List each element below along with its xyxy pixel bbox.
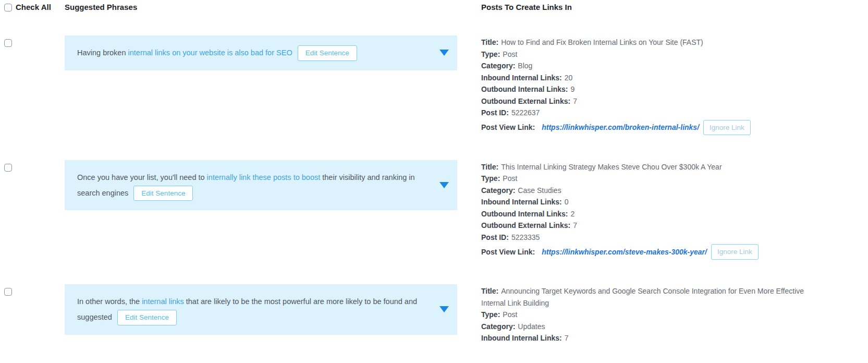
detail-value: Post — [503, 310, 517, 319]
detail-label: Title: — [481, 163, 498, 171]
post-view-link[interactable]: https://linkwhisper.com/broken-internal-… — [542, 122, 699, 134]
ignore-link-button[interactable]: Ignore Link — [703, 120, 751, 136]
detail-post-view-link: Post View Link: https://linkwhisper.com/… — [481, 244, 820, 260]
post-details: Title:Announcing Target Keywords and Goo… — [457, 284, 846, 344]
detail-label: Category: — [481, 186, 515, 195]
detail-value: How to Find and Fix Broken Internal Link… — [501, 38, 703, 46]
edit-sentence-button[interactable]: Edit Sentence — [298, 45, 357, 61]
posts-to-create-links-header: Posts To Create Links In — [457, 2, 868, 13]
detail-title: Title:Announcing Target Keywords and Goo… — [481, 285, 820, 309]
detail-inbound-internal-links: Inbound Internal Links:7 — [481, 332, 820, 344]
check-all-label: Check All — [16, 2, 51, 13]
detail-label: Type: — [481, 310, 500, 319]
detail-label: Outbound Internal Links: — [481, 85, 568, 93]
detail-type: Type:Post — [481, 309, 820, 321]
detail-value: 0 — [565, 198, 569, 206]
detail-value: This Internal Linking Strategy Makes Ste… — [501, 163, 722, 171]
detail-label: Type: — [481, 50, 500, 58]
edit-sentence-button[interactable]: Edit Sentence — [117, 310, 177, 325]
edit-sentence-button[interactable]: Edit Sentence — [133, 186, 193, 201]
detail-inbound-internal-links: Inbound Internal Links:0 — [481, 196, 820, 208]
suggested-phrase-box: Once you have your list, you'll need to … — [65, 160, 457, 211]
post-view-link[interactable]: https://linkwhisper.com/steve-makes-300k… — [542, 246, 707, 258]
detail-value: Blog — [518, 62, 532, 70]
detail-label: Inbound Internal Links: — [481, 74, 562, 82]
suggestion-row: Having broken internal links on your web… — [0, 35, 868, 136]
post-details: Title:How to Find and Fix Broken Interna… — [457, 35, 846, 136]
detail-label: Category: — [481, 62, 515, 70]
detail-label: Post ID: — [481, 233, 509, 241]
phrase-text-before: Once you have your list, you'll need to — [77, 173, 207, 182]
suggested-phrase-box: In other words, the internal links that … — [65, 284, 457, 335]
dropdown-arrow-icon[interactable] — [439, 182, 449, 188]
detail-value: 7 — [573, 221, 577, 229]
detail-category: Category:Case Studies — [481, 185, 820, 197]
detail-label: Title: — [481, 38, 498, 46]
phrase-text-before: In other words, the — [77, 297, 142, 306]
phrase-anchor-text: internally link these posts to boost — [207, 173, 321, 182]
detail-label: Inbound Internal Links: — [481, 198, 562, 206]
detail-value: Updates — [518, 322, 545, 331]
detail-value: Post — [503, 174, 517, 183]
suggestion-row: Once you have your list, you'll need to … — [0, 160, 868, 261]
row-checkbox[interactable] — [4, 39, 12, 47]
detail-type: Type:Post — [481, 173, 820, 185]
detail-title: Title:This Internal Linking Strategy Mak… — [481, 161, 820, 173]
detail-value: Announcing Target Keywords and Google Se… — [481, 287, 804, 307]
detail-category: Category:Blog — [481, 60, 820, 72]
detail-label: Type: — [481, 174, 500, 183]
detail-type: Type:Post — [481, 49, 820, 60]
detail-inbound-internal-links: Inbound Internal Links:20 — [481, 72, 820, 84]
detail-value: 2 — [570, 210, 574, 218]
detail-value: 5223335 — [511, 233, 540, 241]
suggested-phrases-header: Suggested Phrases — [65, 2, 457, 13]
detail-outbound-external-links: Outbound External Links:7 — [481, 95, 820, 107]
detail-value: Case Studies — [518, 186, 561, 195]
ignore-link-button[interactable]: Ignore Link — [711, 244, 759, 260]
detail-value: Post — [503, 50, 517, 58]
detail-label: Category: — [481, 322, 515, 331]
detail-label: Outbound External Links: — [481, 97, 570, 105]
detail-value: 7 — [573, 97, 577, 105]
dropdown-arrow-icon[interactable] — [439, 306, 449, 312]
phrase-anchor-text: internal links on your website is also b… — [128, 49, 292, 57]
detail-label: Outbound External Links: — [481, 221, 570, 229]
detail-outbound-internal-links: Outbound Internal Links:2 — [481, 208, 820, 220]
table-header: Check All Suggested Phrases Posts To Cre… — [0, 2, 868, 13]
dropdown-arrow-icon[interactable] — [439, 50, 449, 56]
detail-post-id: Post ID:5223335 — [481, 232, 820, 244]
detail-value: 9 — [570, 85, 574, 93]
link-suggestions-panel: Check All Suggested Phrases Posts To Cre… — [0, 0, 868, 344]
post-details: Title:This Internal Linking Strategy Mak… — [457, 160, 846, 261]
detail-value: 20 — [565, 74, 573, 82]
row-checkbox[interactable] — [4, 164, 12, 172]
detail-value: 7 — [565, 334, 569, 342]
detail-outbound-external-links: Outbound External Links:7 — [481, 220, 820, 232]
phrase-anchor-text: internal links — [142, 297, 184, 306]
detail-category: Category:Updates — [481, 321, 820, 333]
detail-label: Outbound Internal Links: — [481, 210, 568, 218]
detail-label: Post View Link: — [481, 122, 535, 134]
detail-label: Title: — [481, 287, 498, 295]
suggested-phrase-box: Having broken internal links on your web… — [65, 35, 457, 70]
phrase-text-before: Having broken — [77, 49, 128, 57]
detail-label: Post View Link: — [481, 246, 535, 258]
detail-value: 5222637 — [511, 108, 540, 117]
detail-post-id: Post ID:5222637 — [481, 107, 820, 119]
detail-label: Inbound Internal Links: — [481, 334, 562, 342]
detail-post-view-link: Post View Link: https://linkwhisper.com/… — [481, 119, 820, 136]
suggestion-row: In other words, the internal links that … — [0, 284, 868, 344]
check-all-checkbox[interactable] — [4, 4, 12, 11]
detail-outbound-internal-links: Outbound Internal Links:9 — [481, 83, 820, 95]
detail-title: Title:How to Find and Fix Broken Interna… — [481, 37, 820, 49]
row-checkbox[interactable] — [4, 288, 12, 296]
detail-label: Post ID: — [481, 108, 509, 117]
